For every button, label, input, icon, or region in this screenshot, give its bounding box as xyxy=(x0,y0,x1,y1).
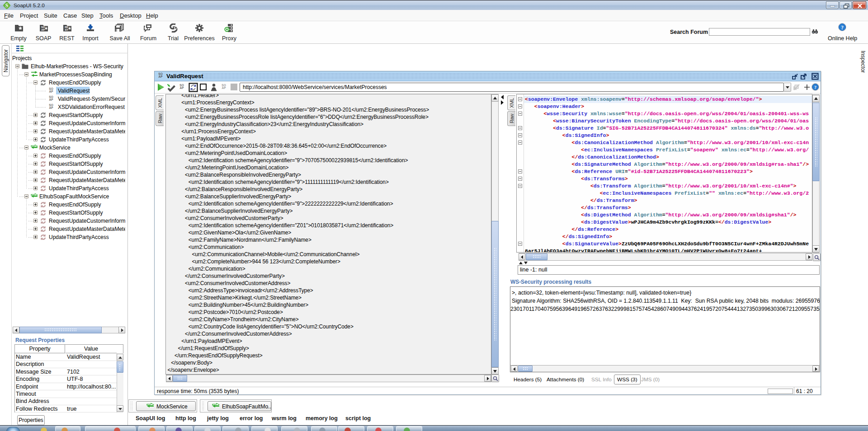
svg-text:?: ? xyxy=(814,85,816,90)
svg-text:AP: AP xyxy=(41,28,45,31)
svg-text:?: ? xyxy=(841,25,844,30)
svg-text:S: S xyxy=(5,3,8,8)
svg-text:ST: ST xyxy=(65,28,68,31)
